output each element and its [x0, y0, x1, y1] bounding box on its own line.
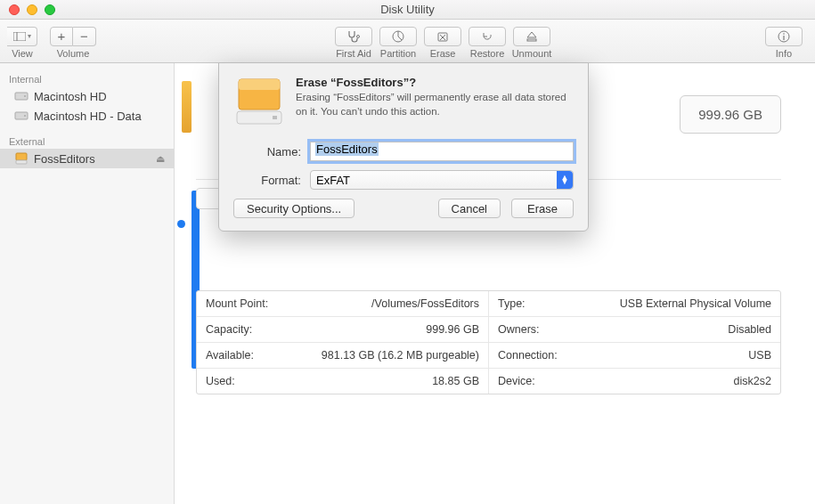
name-field-label: Name: — [233, 145, 301, 159]
name-input-value: FossEditors — [315, 142, 379, 156]
svg-rect-16 — [239, 79, 280, 90]
name-input[interactable]: FossEditors — [310, 142, 574, 161]
erase-confirm-button[interactable]: Erase — [511, 199, 574, 218]
svg-rect-18 — [273, 116, 277, 119]
cancel-button[interactable]: Cancel — [438, 199, 501, 218]
security-options-button[interactable]: Security Options... — [233, 199, 355, 218]
erase-sheet: Erase “FossEditors”? Erasing “FossEditor… — [218, 62, 589, 232]
sheet-heading: Erase “FossEditors”? — [296, 76, 574, 89]
format-field-label: Format: — [233, 174, 301, 187]
external-drive-large-icon — [233, 76, 285, 127]
modal-dim: Erase “FossEditors”? Erasing “FossEditor… — [0, 0, 815, 504]
select-arrows-icon: ▲▼ — [557, 171, 573, 189]
format-select[interactable]: ExFAT ▲▼ — [310, 170, 574, 190]
sheet-body: Erasing “FossEditors” will permanently e… — [296, 91, 574, 118]
format-value: ExFAT — [316, 174, 350, 187]
